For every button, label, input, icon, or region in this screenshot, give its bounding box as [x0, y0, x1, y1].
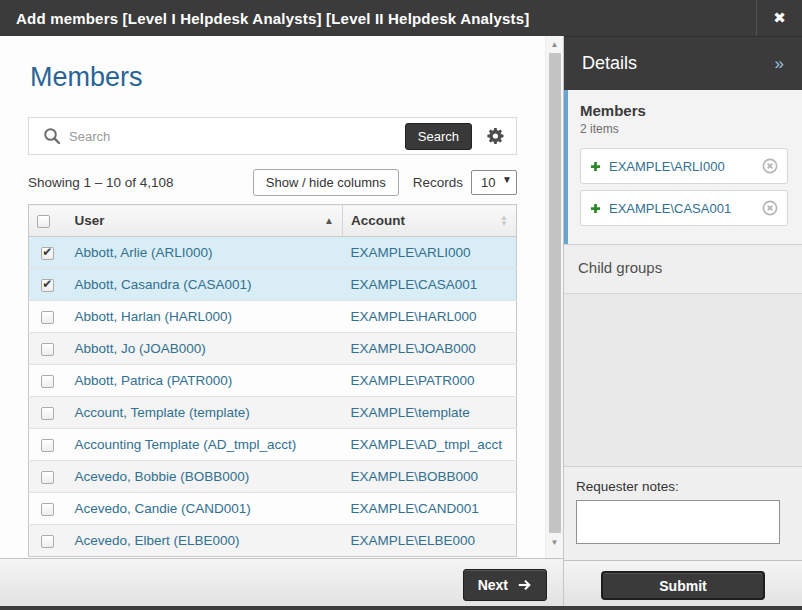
- records-per-page-select[interactable]: 10: [471, 170, 517, 195]
- table-toolbar: Showing 1 – 10 of 4,108 Show / hide colu…: [28, 169, 517, 196]
- table-row[interactable]: Account, Template (template) EXAMPLE\tem…: [29, 397, 517, 429]
- row-checkbox[interactable]: [41, 407, 54, 420]
- member-name: EXAMPLE\ARLI000: [609, 159, 762, 174]
- details-header: Details »: [564, 36, 802, 90]
- search-bar: Search: [28, 117, 517, 155]
- sort-both-icon: ▲▼: [500, 215, 508, 227]
- modal-title: Add members [Level I Helpdesk Analysts] …: [0, 10, 756, 27]
- table-row[interactable]: Abbott, Harlan (HARL000) EXAMPLE\HARL000: [29, 301, 517, 333]
- sort-ascending-icon: ▲: [324, 215, 334, 226]
- users-table: User ▲ Account ▲▼: [28, 204, 517, 557]
- requester-notes-input[interactable]: [576, 500, 780, 544]
- account-cell: EXAMPLE\ELBE000: [343, 525, 517, 557]
- user-cell: Abbott, Jo (JOAB000): [67, 333, 343, 365]
- gear-icon[interactable]: [486, 126, 506, 146]
- plus-icon: [590, 161, 601, 172]
- show-hide-columns-button[interactable]: Show / hide columns: [253, 169, 399, 196]
- row-checkbox[interactable]: [41, 535, 54, 548]
- table-row[interactable]: Abbott, Patrica (PATR000) EXAMPLE\PATR00…: [29, 365, 517, 397]
- page-title: Members: [30, 62, 517, 93]
- child-groups-label: Child groups: [578, 259, 662, 276]
- table-row[interactable]: Acevedo, Bobbie (BOBB000) EXAMPLE\BOBB00…: [29, 461, 517, 493]
- remove-member-icon[interactable]: [762, 158, 778, 174]
- row-checkbox[interactable]: [41, 375, 54, 388]
- scroll-down-icon[interactable]: ▼: [546, 534, 563, 550]
- submit-footer: Submit: [564, 560, 802, 610]
- scroll-up-icon[interactable]: ▲: [546, 36, 563, 52]
- user-cell: Acevedo, Candie (CAND001): [67, 493, 343, 525]
- next-button[interactable]: Next: [463, 569, 547, 601]
- row-checkbox[interactable]: [41, 343, 54, 356]
- members-section-title: Members: [580, 102, 788, 119]
- table-row[interactable]: Accounting Template (AD_tmpl_acct) EXAMP…: [29, 429, 517, 461]
- column-header-user[interactable]: User ▲: [67, 205, 343, 237]
- members-picker-panel: Members Search: [0, 36, 563, 610]
- user-cell: Acevedo, Elbert (ELBE000): [67, 525, 343, 557]
- details-empty-area: [564, 293, 802, 466]
- row-checkbox[interactable]: [41, 503, 54, 516]
- member-item: EXAMPLE\CASA001: [580, 190, 788, 226]
- search-button[interactable]: Search: [405, 123, 472, 150]
- account-cell: EXAMPLE\AD_tmpl_acct: [343, 429, 517, 461]
- remove-member-icon[interactable]: [762, 200, 778, 216]
- user-cell: Account, Template (template): [67, 397, 343, 429]
- account-cell: EXAMPLE\template: [343, 397, 517, 429]
- table-row[interactable]: Abbott, Jo (JOAB000) EXAMPLE\JOAB000: [29, 333, 517, 365]
- user-cell: Abbott, Patrica (PATR000): [67, 365, 343, 397]
- select-all-checkbox[interactable]: [37, 215, 50, 228]
- close-icon: ✖: [773, 9, 786, 27]
- user-cell: Accounting Template (AD_tmpl_acct): [67, 429, 343, 461]
- showing-count: Showing 1 – 10 of 4,108: [28, 175, 253, 190]
- row-checkbox[interactable]: [41, 439, 54, 452]
- modal-titlebar: Add members [Level I Helpdesk Analysts] …: [0, 0, 802, 36]
- row-checkbox[interactable]: [41, 311, 54, 324]
- child-groups-section: Child groups: [564, 244, 802, 293]
- plus-icon: [590, 203, 601, 214]
- members-count: 2 items: [580, 122, 788, 136]
- scrollbar-thumb[interactable]: [549, 53, 561, 533]
- member-name: EXAMPLE\CASA001: [609, 201, 762, 216]
- row-checkbox[interactable]: [41, 247, 54, 260]
- vertical-scrollbar[interactable]: ▲ ▼: [545, 36, 563, 558]
- close-button[interactable]: ✖: [756, 0, 802, 36]
- requester-notes-label: Requester notes:: [576, 479, 780, 494]
- add-members-modal: Add members [Level I Helpdesk Analysts] …: [0, 0, 802, 610]
- details-panel: Details » Members 2 items EXAMPLE\ARLI00…: [563, 36, 802, 610]
- table-row[interactable]: Abbott, Arlie (ARLI000) EXAMPLE\ARLI000: [29, 237, 517, 269]
- collapse-panel-icon[interactable]: »: [775, 54, 784, 74]
- user-cell: Abbott, Harlan (HARL000): [67, 301, 343, 333]
- search-input[interactable]: [69, 129, 405, 144]
- account-cell: EXAMPLE\HARL000: [343, 301, 517, 333]
- account-cell: EXAMPLE\CASA001: [343, 269, 517, 301]
- account-cell: EXAMPLE\JOAB000: [343, 333, 517, 365]
- requester-notes-section: Requester notes:: [564, 466, 802, 560]
- records-label: Records: [413, 175, 463, 190]
- table-row[interactable]: Abbott, Casandra (CASA001) EXAMPLE\CASA0…: [29, 269, 517, 301]
- row-checkbox[interactable]: [41, 471, 54, 484]
- account-cell: EXAMPLE\ARLI000: [343, 237, 517, 269]
- details-members-section: Members 2 items EXAMPLE\ARLI000: [564, 90, 802, 244]
- row-checkbox[interactable]: [41, 279, 54, 292]
- user-cell: Acevedo, Bobbie (BOBB000): [67, 461, 343, 493]
- search-icon: [43, 127, 61, 145]
- member-item: EXAMPLE\ARLI000: [580, 148, 788, 184]
- table-row[interactable]: Acevedo, Candie (CAND001) EXAMPLE\CAND00…: [29, 493, 517, 525]
- user-cell: Abbott, Arlie (ARLI000): [67, 237, 343, 269]
- wizard-footer: Next: [0, 558, 563, 610]
- account-cell: EXAMPLE\CAND001: [343, 493, 517, 525]
- submit-button[interactable]: Submit: [601, 571, 765, 600]
- column-header-account[interactable]: Account ▲▼: [343, 205, 517, 237]
- user-cell: Abbott, Casandra (CASA001): [67, 269, 343, 301]
- table-row[interactable]: Acevedo, Elbert (ELBE000) EXAMPLE\ELBE00…: [29, 525, 517, 557]
- account-cell: EXAMPLE\PATR000: [343, 365, 517, 397]
- table-header-row: User ▲ Account ▲▼: [29, 205, 517, 237]
- arrow-right-icon: [517, 578, 532, 592]
- account-cell: EXAMPLE\BOBB000: [343, 461, 517, 493]
- details-title: Details: [582, 53, 775, 74]
- modal-bottom-edge: [0, 606, 802, 610]
